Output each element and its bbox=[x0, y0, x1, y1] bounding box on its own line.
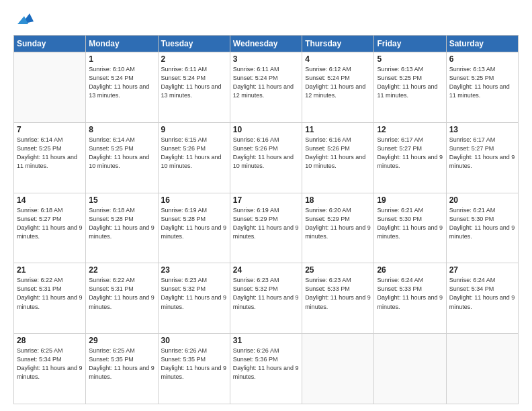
day-detail: Sunrise: 6:19 AM Sunset: 5:28 PM Dayligh… bbox=[161, 206, 227, 241]
day-number: 24 bbox=[233, 265, 299, 275]
calendar-cell: 23Sunrise: 6:23 AM Sunset: 5:32 PM Dayli… bbox=[158, 263, 230, 334]
day-number: 21 bbox=[17, 265, 83, 275]
weekday-header-row: SundayMondayTuesdayWednesdayThursdayFrid… bbox=[14, 36, 519, 52]
weekday-header-monday: Monday bbox=[86, 36, 158, 52]
day-detail: Sunrise: 6:15 AM Sunset: 5:26 PM Dayligh… bbox=[161, 136, 227, 171]
calendar-cell: 2Sunrise: 6:11 AM Sunset: 5:24 PM Daylig… bbox=[158, 52, 230, 123]
calendar-cell: 6Sunrise: 6:13 AM Sunset: 5:25 PM Daylig… bbox=[446, 52, 518, 123]
calendar-cell: 1Sunrise: 6:10 AM Sunset: 5:24 PM Daylig… bbox=[86, 52, 158, 123]
day-number: 28 bbox=[17, 336, 83, 345]
calendar-cell: 28Sunrise: 6:25 AM Sunset: 5:34 PM Dayli… bbox=[14, 334, 86, 404]
calendar-cell bbox=[374, 334, 446, 404]
day-number: 11 bbox=[305, 125, 371, 134]
day-number: 4 bbox=[305, 54, 371, 64]
day-detail: Sunrise: 6:17 AM Sunset: 5:27 PM Dayligh… bbox=[449, 136, 515, 171]
calendar-cell: 7Sunrise: 6:14 AM Sunset: 5:25 PM Daylig… bbox=[14, 122, 86, 193]
calendar-cell: 14Sunrise: 6:18 AM Sunset: 5:27 PM Dayli… bbox=[14, 193, 86, 263]
calendar-cell: 5Sunrise: 6:13 AM Sunset: 5:25 PM Daylig… bbox=[374, 52, 446, 123]
day-number: 23 bbox=[161, 265, 227, 275]
day-detail: Sunrise: 6:17 AM Sunset: 5:27 PM Dayligh… bbox=[377, 136, 443, 171]
header bbox=[13, 12, 519, 28]
weekday-header-friday: Friday bbox=[374, 36, 446, 52]
calendar-cell: 9Sunrise: 6:15 AM Sunset: 5:26 PM Daylig… bbox=[158, 122, 230, 193]
logo bbox=[13, 12, 35, 28]
week-row-4: 21Sunrise: 6:22 AM Sunset: 5:31 PM Dayli… bbox=[14, 263, 519, 334]
calendar-cell: 21Sunrise: 6:22 AM Sunset: 5:31 PM Dayli… bbox=[14, 263, 86, 334]
calendar-cell: 4Sunrise: 6:12 AM Sunset: 5:24 PM Daylig… bbox=[302, 52, 374, 123]
day-number: 6 bbox=[449, 54, 515, 64]
calendar-table: SundayMondayTuesdayWednesdayThursdayFrid… bbox=[13, 35, 519, 404]
day-detail: Sunrise: 6:21 AM Sunset: 5:30 PM Dayligh… bbox=[449, 206, 515, 241]
day-detail: Sunrise: 6:11 AM Sunset: 5:24 PM Dayligh… bbox=[233, 65, 299, 100]
day-detail: Sunrise: 6:25 AM Sunset: 5:34 PM Dayligh… bbox=[17, 347, 83, 381]
day-number: 5 bbox=[377, 54, 443, 64]
day-number: 14 bbox=[17, 195, 83, 205]
calendar-cell: 27Sunrise: 6:24 AM Sunset: 5:34 PM Dayli… bbox=[446, 263, 518, 334]
weekday-header-saturday: Saturday bbox=[446, 36, 518, 52]
day-number: 17 bbox=[233, 195, 299, 205]
calendar-cell: 12Sunrise: 6:17 AM Sunset: 5:27 PM Dayli… bbox=[374, 122, 446, 193]
day-detail: Sunrise: 6:18 AM Sunset: 5:27 PM Dayligh… bbox=[17, 206, 83, 241]
calendar-cell: 3Sunrise: 6:11 AM Sunset: 5:24 PM Daylig… bbox=[230, 52, 302, 123]
day-detail: Sunrise: 6:26 AM Sunset: 5:35 PM Dayligh… bbox=[161, 347, 227, 381]
calendar-cell: 29Sunrise: 6:25 AM Sunset: 5:35 PM Dayli… bbox=[86, 334, 158, 404]
calendar-cell: 15Sunrise: 6:18 AM Sunset: 5:28 PM Dayli… bbox=[86, 193, 158, 263]
logo-icon bbox=[16, 9, 35, 28]
day-number: 15 bbox=[89, 195, 154, 205]
calendar-cell: 25Sunrise: 6:23 AM Sunset: 5:33 PM Dayli… bbox=[302, 263, 374, 334]
day-detail: Sunrise: 6:14 AM Sunset: 5:25 PM Dayligh… bbox=[89, 136, 154, 171]
calendar-cell: 26Sunrise: 6:24 AM Sunset: 5:33 PM Dayli… bbox=[374, 263, 446, 334]
day-number: 7 bbox=[17, 125, 83, 134]
weekday-header-tuesday: Tuesday bbox=[158, 36, 230, 52]
calendar-cell: 10Sunrise: 6:16 AM Sunset: 5:26 PM Dayli… bbox=[230, 122, 302, 193]
day-detail: Sunrise: 6:23 AM Sunset: 5:32 PM Dayligh… bbox=[233, 276, 299, 311]
day-number: 16 bbox=[161, 195, 227, 205]
week-row-2: 7Sunrise: 6:14 AM Sunset: 5:25 PM Daylig… bbox=[14, 122, 519, 193]
weekday-header-wednesday: Wednesday bbox=[230, 36, 302, 52]
calendar-cell bbox=[302, 334, 374, 404]
day-detail: Sunrise: 6:21 AM Sunset: 5:30 PM Dayligh… bbox=[377, 206, 443, 241]
day-number: 27 bbox=[449, 265, 515, 275]
day-detail: Sunrise: 6:12 AM Sunset: 5:24 PM Dayligh… bbox=[305, 65, 371, 100]
day-number: 25 bbox=[305, 265, 371, 275]
day-detail: Sunrise: 6:24 AM Sunset: 5:33 PM Dayligh… bbox=[377, 276, 443, 311]
day-number: 2 bbox=[161, 54, 227, 64]
calendar-cell: 17Sunrise: 6:19 AM Sunset: 5:29 PM Dayli… bbox=[230, 193, 302, 263]
day-number: 10 bbox=[233, 125, 299, 134]
calendar-cell: 22Sunrise: 6:22 AM Sunset: 5:31 PM Dayli… bbox=[86, 263, 158, 334]
day-detail: Sunrise: 6:18 AM Sunset: 5:28 PM Dayligh… bbox=[89, 206, 154, 241]
day-detail: Sunrise: 6:25 AM Sunset: 5:35 PM Dayligh… bbox=[89, 347, 154, 381]
day-detail: Sunrise: 6:14 AM Sunset: 5:25 PM Dayligh… bbox=[17, 136, 83, 171]
calendar-cell: 19Sunrise: 6:21 AM Sunset: 5:30 PM Dayli… bbox=[374, 193, 446, 263]
calendar-cell bbox=[446, 334, 518, 404]
week-row-1: 1Sunrise: 6:10 AM Sunset: 5:24 PM Daylig… bbox=[14, 52, 519, 123]
calendar-cell: 8Sunrise: 6:14 AM Sunset: 5:25 PM Daylig… bbox=[86, 122, 158, 193]
weekday-header-sunday: Sunday bbox=[14, 36, 86, 52]
day-number: 30 bbox=[161, 336, 227, 345]
day-detail: Sunrise: 6:23 AM Sunset: 5:32 PM Dayligh… bbox=[161, 276, 227, 311]
day-number: 26 bbox=[377, 265, 443, 275]
day-detail: Sunrise: 6:20 AM Sunset: 5:29 PM Dayligh… bbox=[305, 206, 371, 241]
calendar-cell: 30Sunrise: 6:26 AM Sunset: 5:35 PM Dayli… bbox=[158, 334, 230, 404]
calendar-cell bbox=[14, 52, 86, 123]
calendar-cell: 13Sunrise: 6:17 AM Sunset: 5:27 PM Dayli… bbox=[446, 122, 518, 193]
day-number: 18 bbox=[305, 195, 371, 205]
day-detail: Sunrise: 6:16 AM Sunset: 5:26 PM Dayligh… bbox=[305, 136, 371, 171]
calendar-page: SundayMondayTuesdayWednesdayThursdayFrid… bbox=[0, 0, 532, 411]
weekday-header-thursday: Thursday bbox=[302, 36, 374, 52]
calendar-cell: 16Sunrise: 6:19 AM Sunset: 5:28 PM Dayli… bbox=[158, 193, 230, 263]
day-detail: Sunrise: 6:16 AM Sunset: 5:26 PM Dayligh… bbox=[233, 136, 299, 171]
week-row-3: 14Sunrise: 6:18 AM Sunset: 5:27 PM Dayli… bbox=[14, 193, 519, 263]
day-number: 29 bbox=[89, 336, 154, 345]
day-number: 3 bbox=[233, 54, 299, 64]
day-number: 13 bbox=[449, 125, 515, 134]
day-number: 1 bbox=[89, 54, 154, 64]
day-number: 31 bbox=[233, 336, 299, 345]
day-number: 8 bbox=[89, 125, 154, 134]
day-detail: Sunrise: 6:11 AM Sunset: 5:24 PM Dayligh… bbox=[161, 65, 227, 100]
day-number: 22 bbox=[89, 265, 154, 275]
day-number: 20 bbox=[449, 195, 515, 205]
day-detail: Sunrise: 6:13 AM Sunset: 5:25 PM Dayligh… bbox=[449, 65, 515, 100]
day-detail: Sunrise: 6:19 AM Sunset: 5:29 PM Dayligh… bbox=[233, 206, 299, 241]
day-detail: Sunrise: 6:22 AM Sunset: 5:31 PM Dayligh… bbox=[17, 276, 83, 311]
